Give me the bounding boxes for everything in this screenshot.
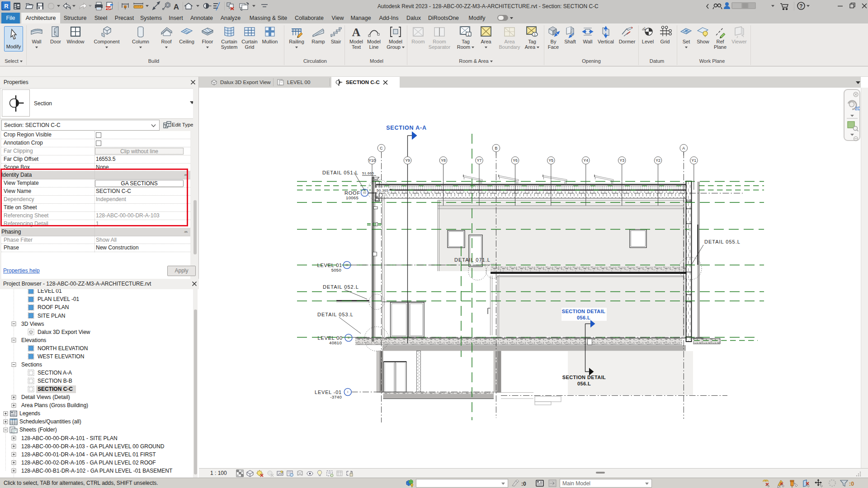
svg-text:A: A (174, 3, 179, 11)
svg-text:Y8: Y8 (441, 158, 446, 163)
svg-text:C: C (380, 146, 383, 150)
svg-text:I: I (347, 390, 348, 394)
svg-text:1: 1 (534, 33, 536, 37)
svg-text:SECTION A-A: SECTION A-A (386, 125, 427, 131)
svg-text:056.L: 056.L (577, 315, 590, 320)
svg-text:Y5: Y5 (549, 158, 554, 163)
svg-text:DETAIL 051.L: DETAIL 051.L (322, 170, 359, 175)
svg-text:056.L: 056.L (577, 381, 591, 386)
svg-text:PDF: PDF (105, 7, 111, 10)
svg-text:DETAIL 071.L: DETAIL 071.L (454, 257, 491, 263)
svg-text:Y1: Y1 (692, 158, 697, 163)
svg-text:DETAIL 053.L: DETAIL 053.L (317, 312, 354, 317)
svg-text:SECTION DETAIL: SECTION DETAIL (562, 309, 605, 314)
svg-text:-1: -1 (643, 27, 646, 30)
svg-text:-3740: -3740 (330, 394, 342, 399)
svg-text:DETAIL 052.L: DETAIL 052.L (323, 284, 359, 290)
svg-text:Y4: Y4 (584, 158, 589, 163)
svg-text:5050: 5050 (331, 267, 341, 272)
svg-text::0: :0 (849, 481, 854, 487)
svg-text:DETAIL 055.L: DETAIL 055.L (704, 239, 741, 244)
svg-text:R: R (4, 3, 9, 9)
svg-text:Y3: Y3 (619, 158, 624, 163)
svg-text:Y6: Y6 (513, 158, 518, 163)
svg-text:II: II (348, 336, 349, 340)
svg-text:Y9: Y9 (405, 158, 410, 163)
svg-text:Y10: Y10 (368, 158, 376, 163)
svg-text:?: ? (799, 3, 802, 9)
svg-text:10065: 10065 (346, 195, 359, 200)
svg-text:1: 1 (167, 4, 169, 7)
svg-text::0: :0 (521, 481, 526, 487)
svg-text:III: III (345, 263, 348, 267)
svg-text:B: B (495, 146, 497, 150)
svg-text:2D: 2D (855, 106, 860, 111)
svg-text:IV: IV (363, 191, 366, 195)
svg-text:Y7: Y7 (477, 158, 482, 163)
svg-text:50.365: 50.365 (377, 188, 389, 192)
svg-text:ROOF: ROOF (344, 190, 360, 196)
svg-text:1: 1 (467, 33, 470, 37)
svg-text:51.665: 51.665 (362, 171, 374, 175)
svg-text:Y2: Y2 (656, 158, 660, 163)
svg-text:SECTION DETAIL: SECTION DETAIL (562, 375, 606, 380)
svg-text:40810: 40810 (329, 340, 342, 345)
svg-text:A: A (682, 146, 685, 150)
